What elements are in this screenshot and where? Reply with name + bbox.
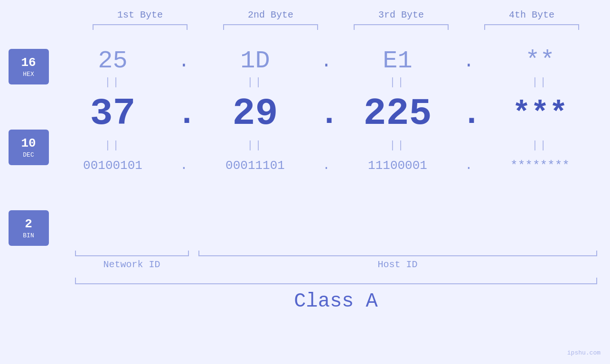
dec-cell-2: 29 [191,95,319,133]
equals-2-3: || [334,140,462,151]
host-bracket [198,251,597,256]
main-container: 1st Byte 2nd Byte 3rd Byte 4th Byte 16 H… [0,0,610,364]
byte-header-2: 2nd Byte [218,9,323,20]
equals-1-3: || [334,76,462,88]
bin-dot-1: . [177,158,191,173]
dec-cell-4: *** [476,99,604,130]
hex-row: 25 . 1D . E1 . ** [49,49,604,74]
dec-val-3: 225 [363,92,432,135]
equals-row-1: || || || || [49,76,604,88]
network-bracket [75,251,189,256]
bottom-brackets [75,251,597,256]
host-id-label: Host ID [198,259,597,270]
byte-header-1: 1st Byte [88,9,192,20]
bracket-3 [354,24,449,30]
equals-2-1: || [49,140,177,151]
dec-val-1: 37 [90,92,135,135]
equals-2-2: || [191,140,319,151]
dec-val-2: 29 [232,92,278,135]
dec-badge-base: DEC [23,151,34,159]
bin-cell-1: 00100101 [49,159,177,172]
bin-dot-2: . [319,158,334,173]
bottom-labels: Network ID Host ID [75,259,597,270]
content-area: 16 HEX 10 DEC 2 BIN 25 . 1D [9,44,602,246]
hex-cell-1: 25 [49,49,177,74]
big-bracket-row: Class A [75,278,597,313]
values-grid: 25 . 1D . E1 . ** || || [49,44,604,173]
hex-cell-4: ** [476,49,604,74]
bin-cell-2: 00011101 [191,159,319,172]
bin-val-1: 00100101 [83,159,142,173]
bin-badge: 2 BIN [9,210,49,246]
hex-val-1: 25 [98,47,127,75]
hex-badge-base: HEX [23,71,34,78]
bin-cell-3: 11100001 [334,159,462,172]
dec-row: 37 . 29 . 225 . *** [49,95,604,133]
bin-val-4: ******** [510,159,570,173]
bin-badge-base: BIN [23,232,34,239]
class-label: Class A [75,290,597,313]
equals-1-1: || [49,76,177,88]
top-brackets [75,24,597,30]
hex-badge-num: 16 [21,56,36,70]
bracket-4 [484,24,579,30]
hex-dot-2: . [319,51,334,72]
labels-column: 16 HEX 10 DEC 2 BIN [9,44,49,246]
network-id-label: Network ID [75,259,189,270]
dec-dot-2: . [319,95,334,133]
equals-1-4: || [476,76,604,88]
byte-headers-row: 1st Byte 2nd Byte 3rd Byte 4th Byte [75,9,597,20]
bin-dot-3: . [462,158,476,173]
dec-dot-3: . [462,95,476,133]
dec-badge-num: 10 [21,136,36,151]
hex-dot-1: . [177,51,191,72]
equals-1-2: || [191,76,319,88]
hex-val-4: ** [525,47,554,75]
bin-cell-4: ******** [476,159,604,172]
byte-header-4: 4th Byte [479,9,584,20]
hex-val-2: 1D [240,47,270,75]
hex-cell-3: E1 [334,49,462,74]
hex-cell-2: 1D [191,49,319,74]
bottom-area: Network ID Host ID [75,251,597,270]
byte-header-3: 3rd Byte [349,9,453,20]
dec-dot-1: . [177,95,191,133]
hex-badge: 16 HEX [9,49,49,84]
bin-val-2: 00011101 [225,159,285,173]
bin-row: 00100101 . 00011101 . 11100001 . *******… [49,158,604,173]
bracket-1 [93,24,188,30]
dec-cell-1: 37 [49,95,177,133]
dec-badge: 10 DEC [9,130,49,165]
bin-badge-num: 2 [25,217,32,232]
hex-val-3: E1 [383,47,412,75]
dec-cell-3: 225 [334,95,462,133]
bin-val-3: 11100001 [368,159,427,173]
watermark: ipshu.com [567,349,601,356]
equals-2-4: || [476,140,604,151]
bracket-2 [223,24,318,30]
dec-val-4: *** [512,96,568,131]
equals-row-2: || || || || [49,140,604,151]
hex-dot-3: . [462,51,476,72]
big-bracket [75,278,597,284]
